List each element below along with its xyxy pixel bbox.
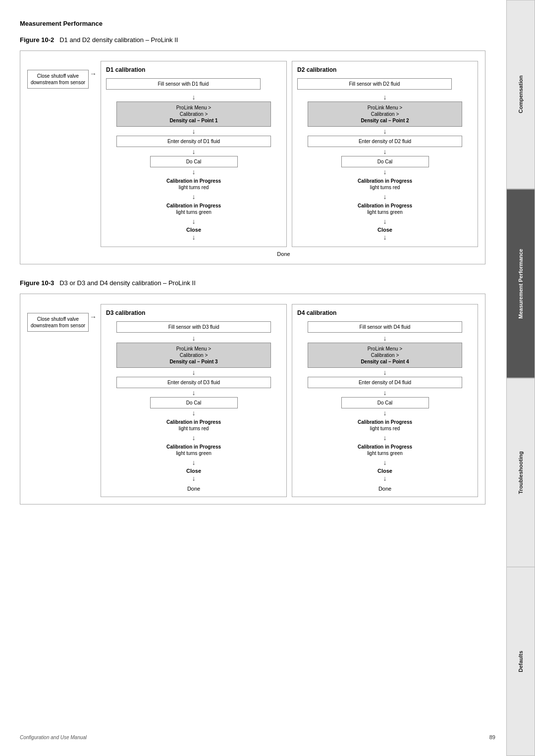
- figure1-d1-density: Enter density of D1 fluid: [116, 136, 271, 147]
- figure2-d4-arrow1: ↓: [383, 335, 387, 342]
- figure1-d2-column: D2 calibration Fill sensor with D2 fluid…: [292, 61, 478, 247]
- figure1-d2-cal-red-bold: Calibration in Progress: [310, 178, 460, 184]
- figure1-d1-cal-red-light: light turns red: [118, 184, 269, 191]
- main-content: Measurement Performance Figure 10-2 D1 a…: [0, 0, 505, 539]
- figure2-d4-done: Done: [378, 486, 391, 492]
- figure2-d3-arrow5: ↓: [192, 434, 196, 441]
- figure2-d3-menu2: Calibration >: [180, 353, 208, 358]
- figure2-d3-arrow1: ↓: [192, 335, 196, 342]
- figure1-d2-cal-green: Calibration in Progress light turns gree…: [308, 201, 462, 217]
- figure2-d3-cal-red-light: light turns red: [118, 425, 269, 432]
- figure2-title-prefix: Figure 10-3: [20, 279, 54, 287]
- figure1-d1-arrow6: ↓: [192, 218, 196, 225]
- figure2-title: Figure 10-3 D3 or D3 and D4 density cali…: [20, 279, 485, 287]
- figure1-d1-cal-green-bold: Calibration in Progress: [118, 202, 269, 209]
- figure1-d2-density: Enter density of D2 fluid: [308, 136, 462, 147]
- figure1-d2-arrow2: ↓: [383, 128, 387, 135]
- figure2-d4-menu2: Calibration >: [371, 353, 399, 358]
- figure1-left-line1: Close shutoff valve: [37, 73, 79, 79]
- figure2-d3-menu1: ProLink Menu >: [176, 346, 211, 352]
- figure1-title-text: D1 and D2 density calibration – ProLink …: [59, 36, 178, 44]
- figure1-d1-cal-red: Calibration in Progress light turns red: [116, 176, 271, 192]
- figure2-d4-cal-red: Calibration in Progress light turns red: [308, 417, 462, 433]
- figure1-d1-menu2: Calibration >: [180, 111, 208, 117]
- figure2-d3-fill: Fill sensor with D3 fluid: [106, 321, 281, 333]
- figure2-d3-menu3: Density cal – Point 3: [169, 359, 217, 364]
- figure2-d4-column: D4 calibration Fill sensor with D4 fluid…: [292, 304, 478, 497]
- figure2-d4-cal-green: Calibration in Progress light turns gree…: [308, 442, 462, 458]
- figure1-d2-menu: ProLink Menu > Calibration > Density cal…: [308, 101, 462, 127]
- figure2-d4-title: D4 calibration: [297, 309, 336, 316]
- sidebar-tab-troubleshooting[interactable]: Troubleshooting: [506, 378, 535, 567]
- figure1-d1-docal: Do Cal: [150, 156, 238, 167]
- figure2-d4-arrow4: ↓: [383, 409, 387, 416]
- figure2-diagram: Close shutoff valve downstream from sens…: [20, 294, 485, 504]
- figure1-d1-fill-row: Fill sensor with D1 fluid: [106, 78, 281, 90]
- figure1-d2-menu1: ProLink Menu >: [368, 105, 402, 110]
- figure2-d4-cal-green-bold: Calibration in Progress: [310, 444, 460, 450]
- figure1-d1-fill: Fill sensor with D1 fluid: [106, 78, 281, 92]
- figure2-d4-menu: ProLink Menu > Calibration > Density cal…: [308, 343, 462, 368]
- figure2-left-line2: downstream from sensor: [31, 323, 85, 328]
- figure1-d2-menu3: Density cal – Point 2: [361, 118, 409, 123]
- figure2-d3-fill-box: Fill sensor with D3 fluid: [116, 321, 271, 333]
- figure2-left-label-box: Close shutoff valve downstream from sens…: [27, 313, 89, 332]
- figure1-d2-close: Close: [377, 227, 392, 233]
- sidebar-tab-compensation[interactable]: Compensation: [506, 0, 535, 189]
- figure1-d1-column: D1 calibration Fill sensor with D1 fluid…: [101, 61, 287, 247]
- figure2-d3-column: D3 calibration Fill sensor with D3 fluid…: [101, 304, 287, 497]
- figure1-d1-arrow4: ↓: [192, 168, 196, 175]
- figure1-d1-close: Close: [186, 227, 201, 233]
- sidebar-tab-defaults[interactable]: Defaults: [506, 567, 535, 756]
- figure2-d4-cal-red-bold: Calibration in Progress: [310, 419, 460, 425]
- figure1-left-label: Close shutoff valve downstream from sens…: [27, 61, 101, 247]
- figure2-d4-cal-green-light: light turns green: [310, 450, 460, 456]
- figure1-d1-cal-red-bold: Calibration in Progress: [118, 178, 269, 184]
- figure2-d4-fill: Fill sensor with D4 fluid: [297, 321, 473, 333]
- figure1-d1-title: D1 calibration: [106, 66, 145, 73]
- sidebar-tab-measurement-performance[interactable]: Measurement Performance: [506, 189, 535, 378]
- footer-pagenum: 89: [489, 734, 495, 740]
- figure1-d1-arrow5: ↓: [192, 193, 196, 200]
- figure1-d1-arrow2: ↓: [192, 128, 196, 135]
- figure2-d3-cal-green: Calibration in Progress light turns gree…: [116, 442, 271, 458]
- figure1-arrow-right: →: [89, 70, 98, 78]
- footer-text: Configuration and Use Manual: [20, 735, 87, 740]
- figure2-d4-arrow5: ↓: [383, 434, 387, 441]
- figure2-d4-menu1: ProLink Menu >: [368, 346, 402, 352]
- figure1-d2-arrow7: ↓: [383, 234, 387, 241]
- figure1-d2-menu2: Calibration >: [371, 111, 399, 117]
- figure2-d3-docal: Do Cal: [150, 397, 238, 408]
- figure2-d4-docal: Do Cal: [341, 397, 429, 408]
- figure2-d3-cal-red-bold: Calibration in Progress: [118, 419, 269, 425]
- figure1-d2-fill-row: Fill sensor with D2 fluid: [297, 78, 473, 90]
- figure2-d3-arrow6: ↓: [192, 459, 196, 466]
- figure1-d2-arrow4: ↓: [383, 168, 387, 175]
- figure2-title-text: D3 or D3 and D4 density calibration – Pr…: [59, 279, 196, 287]
- figure2-d3-arrow2: ↓: [192, 369, 196, 376]
- figure1-d2-cal-red: Calibration in Progress light turns red: [308, 176, 462, 192]
- figure2-d4-arrow3: ↓: [383, 389, 387, 396]
- figure2-columns: D3 calibration Fill sensor with D3 fluid…: [101, 304, 478, 497]
- figure2-d4-cal-red-light: light turns red: [310, 425, 460, 432]
- figure1-d1-arrow1: ↓: [192, 94, 196, 101]
- figure2-d3-close: Close: [186, 468, 201, 474]
- figure2-d4-arrow6: ↓: [383, 459, 387, 466]
- figure2-d3-arrow3: ↓: [192, 389, 196, 396]
- figure1-d2-arrow3: ↓: [383, 148, 387, 155]
- figure2-left-line1: Close shutoff valve: [37, 316, 79, 322]
- figure1-d2-docal: Do Cal: [341, 156, 429, 167]
- figure1-d1-arrow3: ↓: [192, 148, 196, 155]
- figure1-diagram: Close shutoff valve downstream from sens…: [20, 50, 485, 264]
- figure2-d4-density: Enter density of D4 fluid: [308, 377, 462, 388]
- figure1-d1-cal-green: Calibration in Progress light turns gree…: [116, 201, 271, 217]
- figure1-d1-cal-green-light: light turns green: [118, 209, 269, 215]
- figure1-d2-fill-box: Fill sensor with D2 fluid: [297, 78, 452, 90]
- figure2-d3-done: Done: [187, 486, 200, 492]
- figure1-title: Figure 10-2 D1 and D2 density calibratio…: [20, 36, 485, 44]
- figure2-d3-cal-green-bold: Calibration in Progress: [118, 444, 269, 450]
- figure1-d2-cal-red-light: light turns red: [310, 184, 460, 191]
- figure2-d4-fill-box: Fill sensor with D4 fluid: [308, 321, 462, 333]
- figure2-d3-density: Enter density of D3 fluid: [116, 377, 271, 388]
- figure2-d4-arrow2: ↓: [383, 369, 387, 376]
